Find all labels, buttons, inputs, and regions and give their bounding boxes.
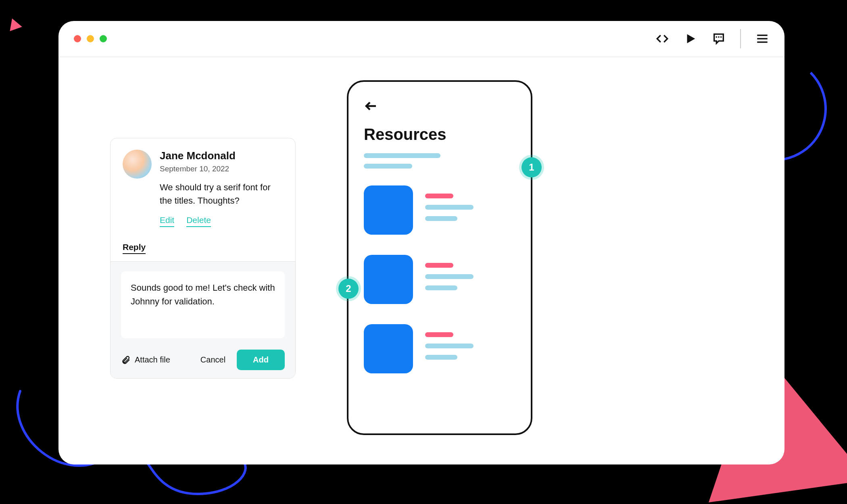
back-arrow-icon[interactable] [364, 99, 378, 113]
comment-header: Jane Mcdonald September 10, 2022 We shou… [123, 150, 283, 227]
comment-icon[interactable] [712, 32, 726, 46]
reply-toggle[interactable]: Reply [123, 242, 146, 254]
skeleton-line [364, 153, 440, 158]
resource-lines [425, 185, 474, 227]
attach-label: Attach file [135, 355, 170, 364]
code-icon[interactable] [655, 32, 669, 46]
skeleton-line [425, 355, 457, 360]
skeleton-line [425, 263, 453, 268]
toolbar-right [655, 29, 769, 48]
annotation-pin-2[interactable]: 2 [338, 279, 359, 299]
reply-footer: Attach file Cancel Add [121, 350, 285, 370]
skeleton-line [425, 285, 457, 290]
skeleton-line [425, 194, 453, 198]
skeleton-line [364, 164, 412, 169]
resource-item[interactable] [364, 255, 515, 304]
skeleton-line [425, 344, 474, 348]
decorative-triangle-small [10, 19, 23, 33]
minimize-window-button[interactable] [87, 35, 94, 42]
cancel-button[interactable]: Cancel [195, 351, 231, 369]
comment-top: Jane Mcdonald September 10, 2022 We shou… [111, 138, 295, 234]
reply-input[interactable]: Sounds good to me! Let's check with John… [121, 271, 285, 338]
edit-link[interactable]: Edit [160, 215, 174, 227]
annotation-pin-1[interactable]: 1 [522, 157, 542, 177]
resource-thumbnail [364, 324, 413, 373]
add-button[interactable]: Add [237, 350, 285, 370]
toolbar-divider [740, 29, 741, 48]
resource-lines [425, 324, 474, 366]
resource-lines [425, 255, 474, 297]
maximize-window-button[interactable] [100, 35, 107, 42]
comment-date: September 10, 2022 [160, 165, 283, 173]
comment-actions: Edit Delete [160, 215, 283, 227]
traffic-lights [74, 35, 107, 42]
delete-link[interactable]: Delete [186, 215, 211, 227]
skeleton-line [425, 332, 453, 337]
paperclip-icon [121, 355, 131, 365]
resource-item[interactable] [364, 324, 515, 373]
comment-meta: Jane Mcdonald September 10, 2022 We shou… [160, 150, 283, 227]
svg-marker-0 [687, 34, 695, 44]
resource-item[interactable] [364, 185, 515, 235]
comment-author: Jane Mcdonald [160, 150, 283, 162]
menu-icon[interactable] [755, 32, 769, 46]
avatar [123, 150, 152, 179]
window-chrome [58, 21, 784, 57]
resource-thumbnail [364, 185, 413, 235]
attach-file-button[interactable]: Attach file [121, 355, 170, 365]
comment-card: Jane Mcdonald September 10, 2022 We shou… [110, 138, 296, 379]
skeleton-line [425, 205, 474, 210]
content-area: Jane Mcdonald September 10, 2022 We shou… [58, 57, 784, 464]
reply-section: Sounds good to me! Let's check with John… [111, 262, 295, 378]
skeleton-line [425, 216, 457, 221]
close-window-button[interactable] [74, 35, 81, 42]
skeleton-line [425, 274, 474, 279]
phone-mockup: Resources [347, 80, 532, 435]
comment-body: We should try a serif font for the title… [160, 181, 283, 207]
phone-title: Resources [364, 125, 515, 144]
play-icon[interactable] [684, 32, 697, 46]
resource-thumbnail [364, 255, 413, 304]
browser-window: Jane Mcdonald September 10, 2022 We shou… [58, 21, 784, 464]
